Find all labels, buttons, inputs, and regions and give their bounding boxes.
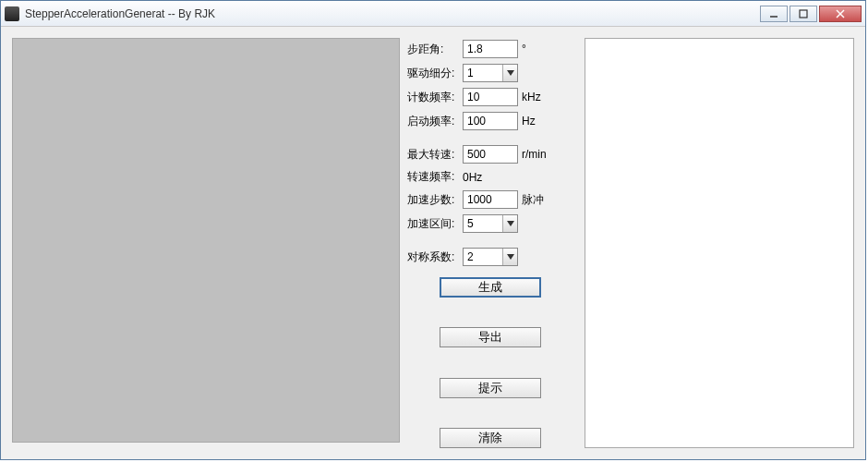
input-max-rpm[interactable]	[463, 145, 518, 164]
chevron-down-icon[interactable]	[502, 215, 517, 232]
label-sym-factor: 对称系数:	[407, 249, 459, 265]
label-rpm-freq: 转速频率:	[407, 169, 459, 185]
input-start-freq[interactable]	[463, 112, 518, 130]
label-start-freq: 启动频率:	[407, 114, 459, 129]
input-count-freq[interactable]	[463, 88, 518, 106]
export-button[interactable]: 导出	[440, 327, 541, 347]
unit-count-freq: kHz	[522, 91, 559, 103]
row-drive-div: 驱动细分:	[407, 64, 573, 82]
unit-accel-steps: 脉冲	[522, 192, 559, 208]
chevron-down-icon[interactable]	[502, 65, 517, 81]
svg-marker-6	[507, 254, 514, 260]
row-max-rpm: 最大转速: r/min	[407, 145, 573, 164]
preview-pane	[12, 38, 400, 443]
row-count-freq: 计数频率: kHz	[407, 88, 573, 106]
app-window: StepperAccelerationGenerat -- By RJK 步距角…	[0, 0, 866, 460]
row-start-freq: 启动频率: Hz	[407, 112, 573, 130]
input-step-angle[interactable]	[463, 40, 518, 58]
minimize-button[interactable]	[760, 6, 788, 22]
svg-rect-1	[800, 10, 807, 18]
unit-step-angle: °	[522, 43, 559, 55]
controls-column: 步距角: ° 驱动细分: 计数频率: kHz 启动频率: Hz	[407, 38, 573, 448]
svg-marker-5	[507, 221, 514, 226]
titlebar[interactable]: StepperAccelerationGenerat -- By RJK	[1, 1, 865, 27]
value-rpm-freq: 0Hz	[463, 171, 482, 184]
window-title: StepperAccelerationGenerat -- By RJK	[25, 7, 760, 20]
window-controls	[760, 6, 862, 22]
hint-button[interactable]: 提示	[440, 378, 541, 398]
row-sym-factor: 对称系数:	[407, 248, 573, 266]
close-button[interactable]	[819, 6, 862, 22]
label-step-angle: 步距角:	[407, 42, 459, 57]
client-area: 步距角: ° 驱动细分: 计数频率: kHz 启动频率: Hz	[1, 27, 865, 459]
label-accel-steps: 加速步数:	[407, 192, 459, 208]
output-pane[interactable]	[585, 38, 854, 448]
clear-button[interactable]: 清除	[440, 428, 541, 448]
label-drive-div: 驱动细分:	[407, 66, 459, 81]
input-accel-steps[interactable]	[463, 190, 518, 209]
unit-max-rpm: r/min	[522, 148, 559, 161]
maximize-button[interactable]	[790, 6, 817, 22]
row-rpm-freq: 转速频率: 0Hz	[407, 169, 573, 185]
app-icon	[5, 6, 19, 21]
label-accel-range: 加速区间:	[407, 216, 459, 232]
unit-start-freq: Hz	[522, 115, 559, 128]
svg-marker-4	[507, 70, 514, 76]
row-accel-range: 加速区间:	[407, 214, 573, 233]
label-max-rpm: 最大转速:	[407, 147, 459, 163]
row-step-angle: 步距角: °	[407, 40, 573, 58]
label-count-freq: 计数频率:	[407, 90, 459, 105]
row-accel-steps: 加速步数: 脉冲	[407, 190, 573, 209]
generate-button[interactable]: 生成	[440, 277, 541, 298]
chevron-down-icon[interactable]	[502, 249, 517, 265]
